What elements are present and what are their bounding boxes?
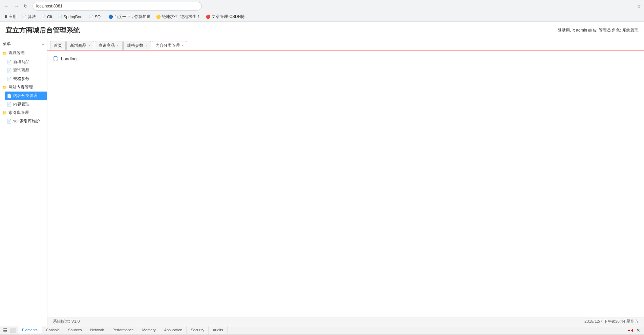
tabs-bar: 首页 新增商品 × 查询商品 × 规格参数 × 内容分类管理 ×: [47, 39, 644, 51]
tab-home[interactable]: 首页: [50, 41, 66, 50]
folder-icon-2: 📁: [2, 85, 7, 90]
sidebar-item-query-product-label: 查询商品: [13, 67, 29, 73]
doc-icon-3: 📄: [58, 15, 62, 19]
tab-query-product-close[interactable]: ×: [117, 44, 119, 47]
bookmark-git-label: Git: [47, 15, 52, 19]
refresh-button[interactable]: ↻: [22, 2, 30, 10]
tab-spec-close[interactable]: ×: [145, 44, 147, 47]
sidebar-item-add-product[interactable]: 📄 新增商品: [5, 58, 47, 66]
sidebar-header: 菜单 «: [0, 39, 47, 49]
devtools-tab-audits[interactable]: Audits: [209, 326, 228, 334]
devtools-tabs: ☰ ⬜ Elements Console Sources Network Per…: [0, 326, 644, 335]
system-version-label: 系统版本: V1.0: [53, 319, 80, 324]
address-text: localhost:8081: [36, 4, 62, 8]
devtools-tab-application[interactable]: Application: [160, 326, 187, 334]
datetime-label: 2018/12/7 下午9:36:44 星期五: [584, 319, 639, 324]
sidebar-group-content[interactable]: 📁 网站内容管理: [0, 83, 47, 92]
sidebar-item-solr[interactable]: 📄 solr索引库维护: [5, 117, 47, 125]
sidebar-item-add-product-label: 新增商品: [13, 59, 29, 65]
bookmark-git[interactable]: 📄 Git: [39, 14, 54, 20]
tab-home-label: 首页: [54, 43, 62, 48]
system-version-bar: 系统版本: V1.0 2018/12/7 下午9:36:44 星期五: [47, 317, 644, 326]
doc-icon-content: 📄: [7, 102, 12, 107]
tab-content-category[interactable]: 内容分类管理 ×: [152, 41, 188, 50]
sidebar-item-spec-label: 规格参数: [13, 76, 29, 82]
tab-add-product-label: 新增商品: [70, 43, 86, 48]
products-children: 📄 新增商品 📄 查询商品 📄 规格参数: [0, 58, 47, 83]
tab-add-product[interactable]: 新增商品 ×: [66, 41, 94, 50]
tab-content-category-label: 内容分类管理: [155, 43, 180, 48]
doc-icon-spec: 📄: [7, 77, 12, 81]
sidebar-group-products-label: 商品管理: [8, 51, 25, 56]
devtools-tab-sources[interactable]: Sources: [64, 326, 86, 334]
app-title: 宜立方商城后台管理系统: [5, 26, 80, 35]
sidebar-group-content-label: 网站内容管理: [8, 84, 33, 90]
bookmark-baidu-label: 百度一下，你就知道: [114, 14, 151, 20]
bookmark-pubg-label: 绝地求生_绝地求生！: [162, 14, 201, 20]
doc-icon-2: 📄: [41, 15, 46, 19]
error-count-badge: ● 4: [628, 328, 633, 332]
devtools-tab-memory[interactable]: Memory: [138, 326, 160, 334]
tab-add-product-close[interactable]: ×: [88, 44, 90, 47]
forward-button[interactable]: →: [12, 2, 20, 10]
main-layout: 菜单 « 📁 商品管理 📄 新增商品 📄 查询商品 📄 规格参: [0, 39, 644, 326]
index-children: 📄 solr索引库维护: [0, 117, 47, 125]
sidebar-group-index-label: 索引库管理: [8, 110, 29, 116]
sidebar-item-content-manage-label: 内容管理: [13, 101, 29, 107]
devtools-tab-console[interactable]: Console: [42, 326, 64, 334]
sidebar-group-products[interactable]: 📁 商品管理: [0, 49, 47, 58]
bookmark-springboot[interactable]: 📄 SpringBoot: [56, 14, 85, 20]
folder-icon-1: 📁: [2, 51, 7, 56]
back-button[interactable]: ←: [3, 2, 11, 10]
devtools-close-btn[interactable]: ✕: [635, 327, 641, 333]
devtools-tab-elements[interactable]: Elements: [18, 326, 42, 334]
devtools-tab-network[interactable]: Network: [86, 326, 108, 334]
menu-label: 菜单: [3, 41, 11, 47]
tab-spec-label: 规格参数: [127, 43, 143, 48]
browser-chrome: ← → ↻ localhost:8081 ☆ ⠿ 应用 📄 算法 📄 Git 📄…: [0, 0, 644, 22]
bookmark-sql[interactable]: 📄 SQL: [87, 14, 105, 20]
devtools-tab-security[interactable]: Security: [187, 326, 209, 334]
tab-content-category-close[interactable]: ×: [182, 44, 184, 47]
page-content: Loading...: [47, 51, 644, 317]
devtools-toggle-btn[interactable]: ☰: [2, 327, 8, 333]
doc-icon-4: 📄: [89, 15, 94, 19]
devtools-inspect-btn[interactable]: ⬜: [9, 327, 16, 333]
baidu-icon: 🔵: [108, 15, 113, 19]
app-container: 宜立方商城后台管理系统 登录用户: admin 姓名: 管理员 角色: 系统管理…: [0, 22, 644, 326]
folder-icon-3: 📁: [2, 111, 7, 115]
nav-buttons: ← → ↻: [3, 2, 30, 10]
tab-spec[interactable]: 规格参数 ×: [123, 41, 151, 50]
user-info: 登录用户: admin 姓名: 管理员 角色: 系统管理: [558, 27, 639, 33]
bookmark-apps[interactable]: ⠿ 应用: [3, 13, 19, 20]
sidebar-item-content-category-label: 内容分类管理: [13, 93, 38, 99]
sidebar-item-query-product[interactable]: 📄 查询商品: [5, 66, 47, 75]
bookmark-algorithm-label: 算法: [28, 14, 36, 20]
spinner-icon: [53, 56, 58, 61]
doc-icon-1: 📄: [22, 15, 27, 19]
pubg-icon: 🟡: [156, 15, 161, 19]
sidebar-group-index[interactable]: 📁 索引库管理: [0, 109, 47, 117]
bookmark-algorithm[interactable]: 📄 算法: [20, 13, 38, 20]
bookmark-baidu[interactable]: 🔵 百度一下，你就知道: [106, 13, 153, 20]
bookmark-apps-label: 应用: [8, 14, 17, 20]
address-bar[interactable]: localhost:8081: [33, 2, 202, 11]
sidebar-item-content-category[interactable]: 📄 内容分类管理: [5, 92, 47, 100]
bookmark-pubg[interactable]: 🟡 绝地求生_绝地求生！: [154, 13, 203, 20]
sidebar-item-content-manage[interactable]: 📄 内容管理: [5, 100, 47, 109]
loading-indicator: Loading...: [53, 56, 639, 61]
sidebar-collapse-button[interactable]: «: [42, 42, 44, 46]
devtools-tab-performance[interactable]: Performance: [108, 326, 138, 334]
browser-toolbar: ← → ↻ localhost:8081 ☆: [0, 0, 644, 12]
bookmark-icon[interactable]: ☆: [637, 3, 641, 9]
bookmark-sql-label: SQL: [95, 15, 103, 19]
doc-icon-solr: 📄: [7, 119, 12, 124]
content-area: 首页 新增商品 × 查询商品 × 规格参数 × 内容分类管理 ×: [47, 39, 644, 326]
tab-query-product[interactable]: 查询商品 ×: [95, 41, 123, 50]
csdn-icon: 🔴: [206, 15, 211, 19]
bookmark-csdn[interactable]: 🔴 文章管理-CSDN博: [204, 13, 247, 20]
sidebar-item-spec[interactable]: 📄 规格参数: [5, 75, 47, 83]
doc-icon-cat: 📄: [7, 94, 12, 98]
doc-icon-query: 📄: [7, 68, 12, 73]
doc-icon-add: 📄: [7, 60, 12, 64]
